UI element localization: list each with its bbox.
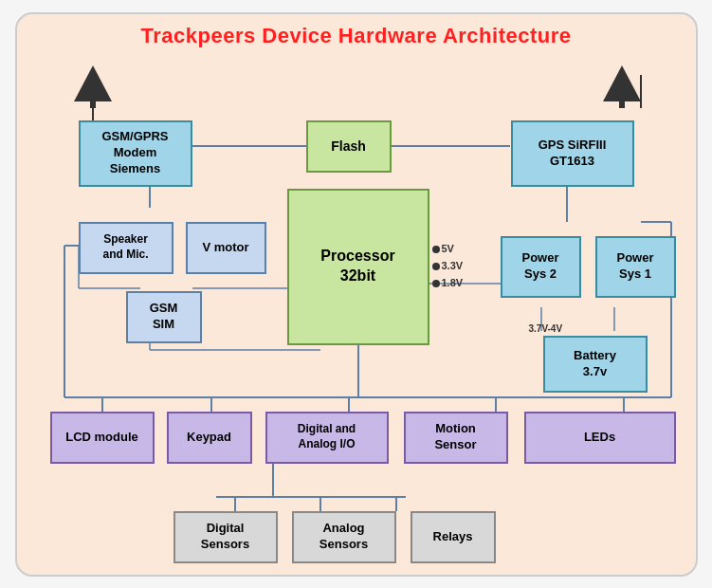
digital-analog-io-box: Digital and Analog I/O — [265, 412, 389, 464]
left-antenna — [74, 65, 112, 112]
right-antenna — [603, 65, 641, 112]
svg-rect-34 — [90, 101, 96, 108]
power-sys1-label: Power Sys 1 — [616, 250, 653, 283]
digital-sensors-label: Digital Sensors — [201, 521, 249, 553]
leds-box: LEDs — [524, 412, 676, 464]
vmotor-box: V motor — [186, 222, 266, 274]
gps-label: GPS SiRFIII GT1613 — [539, 138, 607, 170]
gps-box: GPS SiRFIII GT1613 — [511, 120, 634, 187]
battery-label: Battery 3.7v — [574, 348, 616, 380]
battery-box: Battery 3.7v — [543, 336, 648, 393]
gsm-sim-box: GSM SIM — [126, 291, 202, 343]
svg-rect-36 — [619, 101, 625, 108]
gsm-modem-box: GSM/GPRS Modem Siemens — [79, 120, 192, 187]
flash-box: Flash — [306, 120, 392, 173]
relays-box: Relays — [411, 511, 496, 563]
power-sys2-box: Power Sys 2 — [501, 236, 581, 298]
voltage-33v-label: 3.3V — [442, 260, 464, 271]
digital-sensors-box: Digital Sensors — [173, 511, 278, 563]
svg-marker-33 — [74, 65, 112, 101]
voltage-18v-dot — [432, 280, 440, 287]
keypad-box: Keypad — [167, 412, 252, 464]
svg-marker-35 — [603, 65, 641, 101]
gsm-modem-label: GSM/GPRS Modem Siemens — [101, 129, 168, 177]
gsm-sim-label: GSM SIM — [150, 301, 178, 333]
voltage-33v-dot — [432, 263, 440, 270]
processor-box: Processor 32bit — [287, 189, 429, 345]
relays-label: Relays — [433, 529, 473, 545]
motion-sensor-box: Motion Sensor — [404, 412, 508, 464]
vmotor-label: V motor — [202, 240, 248, 256]
lcd-box: LCD module — [50, 412, 155, 464]
lcd-label: LCD module — [65, 430, 138, 446]
voltage-5v-dot — [432, 246, 440, 253]
main-title: Trackpeers Device Hardware Architecture — [27, 24, 686, 48]
voltage-5v-label: 5V — [442, 243, 454, 254]
voltage-18v-label: 1.8V — [442, 277, 464, 288]
power-sys2-label: Power Sys 2 — [521, 250, 558, 283]
digital-analog-io-label: Digital and Analog I/O — [298, 422, 356, 451]
leds-label: LEDs — [584, 430, 615, 446]
analog-sensors-label: Analog Sensors — [319, 521, 368, 553]
outer-container: Trackpeers Device Hardware Architecture — [15, 12, 698, 577]
voltage-37v-label: 3.7V-4V — [529, 323, 563, 334]
power-sys1-box: Power Sys 1 — [595, 236, 676, 298]
flash-label: Flash — [331, 138, 366, 155]
speaker-box: Speaker and Mic. — [79, 222, 173, 274]
speaker-label: Speaker and Mic. — [102, 232, 148, 262]
keypad-label: Keypad — [187, 430, 231, 446]
analog-sensors-box: Analog Sensors — [292, 511, 396, 563]
motion-sensor-label: Motion Sensor — [434, 421, 476, 453]
processor-label: Processor 32bit — [320, 247, 394, 286]
diagram: GSM/GPRS Modem Siemens Flash GPS SiRFIII… — [27, 56, 686, 563]
